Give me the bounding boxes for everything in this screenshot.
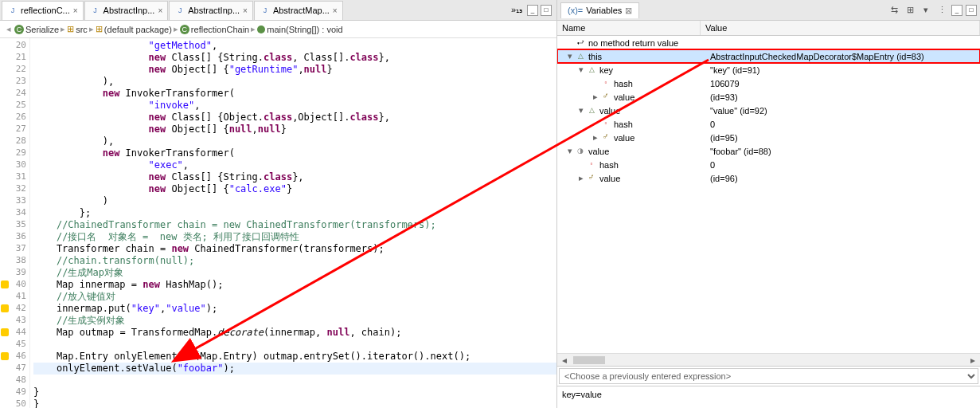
close-icon[interactable]: ×: [243, 6, 248, 15]
tree-row[interactable]: ▾△key "key" (id=91): [557, 63, 980, 76]
warning-marker[interactable]: [1, 304, 9, 312]
code-line[interactable]: ): [33, 195, 556, 207]
breadcrumb-item[interactable]: main(String[]) : void: [257, 25, 342, 34]
code-editor[interactable]: 2021222324252627282930313233343536373839…: [0, 38, 556, 408]
expression-select[interactable]: <Choose a previously entered expression>: [559, 368, 978, 384]
close-icon[interactable]: ×: [158, 6, 162, 15]
tree-row[interactable]: ▫hash 0: [557, 117, 980, 131]
tree-row[interactable]: ▸▫ᶠvalue (id=93): [557, 90, 980, 104]
var-value: 0: [705, 120, 980, 129]
breadcrumb-item[interactable]: ⊞src: [67, 24, 88, 34]
code-line[interactable]: "exec",: [33, 159, 556, 171]
view-menu-icon[interactable]: ⋮: [935, 4, 948, 17]
min-icon[interactable]: _: [951, 5, 962, 16]
variables-tab[interactable]: (x)= Variables ⊠: [560, 2, 639, 18]
var-value: (id=96): [705, 174, 980, 183]
code-line[interactable]: }: [33, 398, 556, 408]
code-line[interactable]: //ChainedTransformer chain = new Chained…: [33, 219, 556, 231]
tree-row[interactable]: ▾△this AbstractInputCheckedMapDecorator$…: [557, 49, 980, 63]
local-icon: ◑: [576, 147, 585, 156]
tree-icon[interactable]: ⊞: [904, 4, 916, 17]
tree-row[interactable]: ▸▫ᶠvalue (id=96): [557, 171, 980, 185]
close-icon[interactable]: ×: [73, 6, 78, 15]
editor-tab[interactable]: JAbstractInp...×: [169, 1, 253, 20]
editor-tab[interactable]: JAbstractMap...×: [254, 1, 343, 20]
menu-icon[interactable]: ▾: [919, 4, 932, 17]
horizontal-scrollbar[interactable]: ◂ ▸: [557, 353, 980, 366]
minimize-button[interactable]: _: [527, 5, 538, 16]
var-name: hash: [599, 160, 619, 170]
tree-row[interactable]: ▫hash 106079: [557, 76, 980, 90]
twistie-icon[interactable]: ▸: [591, 92, 599, 102]
warning-marker[interactable]: [1, 280, 9, 288]
code-line[interactable]: }: [33, 386, 556, 398]
code-line[interactable]: new Object[] {"calc.exe"}: [33, 183, 556, 195]
code-line[interactable]: ),: [33, 76, 556, 88]
tree-row[interactable]: ▸▫ᶠvalue (id=95): [557, 131, 980, 144]
warning-marker[interactable]: [1, 352, 9, 360]
code-line[interactable]: "invoke",: [33, 100, 556, 112]
twistie-icon[interactable]: ▾: [576, 105, 585, 116]
breadcrumb-item[interactable]: ⊞(default package): [96, 24, 172, 34]
variables-tree[interactable]: ⮐no method return value ▾△this AbstractI…: [557, 36, 980, 353]
tree-row[interactable]: ▾◑value "foobar" (id=88): [557, 144, 980, 158]
code-line[interactable]: [33, 339, 556, 351]
max-icon[interactable]: □: [966, 5, 977, 16]
code-line[interactable]: //生成Map对象: [33, 267, 556, 279]
line-number: 22: [0, 64, 29, 76]
twistie-icon[interactable]: ▾: [565, 146, 574, 156]
code-line[interactable]: new InvokerTransformer(: [33, 88, 556, 100]
breadcrumb-item[interactable]: CreflectionChain: [180, 25, 249, 34]
code-line[interactable]: new Object[] {null,null}: [33, 124, 556, 135]
collapse-icon[interactable]: ⇆: [888, 4, 900, 17]
code-line[interactable]: Transformer chain = new ChainedTransform…: [33, 243, 556, 255]
code-line[interactable]: new Class[] {String.class},: [33, 171, 556, 183]
code-line[interactable]: new Object[] {"getRuntime",null}: [33, 64, 556, 76]
code-line[interactable]: //放入键值对: [33, 291, 556, 303]
maximize-button[interactable]: □: [541, 5, 552, 16]
close-icon[interactable]: ×: [333, 6, 338, 15]
line-number: 39: [0, 267, 29, 279]
code-line[interactable]: onlyElement.setValue("foobar");: [33, 363, 556, 375]
pin-icon[interactable]: ⊠: [625, 6, 632, 16]
code-line[interactable]: //chain.transform(null);: [33, 255, 556, 267]
code-line[interactable]: };: [33, 207, 556, 219]
warning-marker[interactable]: [1, 328, 9, 336]
tab-label: AbstractInp...: [103, 6, 155, 15]
code-line[interactable]: [33, 375, 556, 386]
line-number: 44: [0, 327, 29, 339]
var-name: hash: [614, 79, 633, 88]
code-line[interactable]: //生成实例对象: [33, 315, 556, 327]
code-line[interactable]: innermap.put("key","value");: [33, 303, 556, 315]
tree-row[interactable]: ⮐no method return value: [557, 36, 980, 49]
var-value: (id=95): [705, 133, 980, 143]
field-icon: ▫: [601, 79, 611, 88]
twistie-icon[interactable]: ▾: [576, 65, 585, 75]
line-number: 20: [0, 40, 29, 52]
editor-tab[interactable]: JreflectionC...×: [2, 1, 84, 20]
code-line[interactable]: //接口名 对象名 = new 类名; 利用了接口回调特性: [33, 231, 556, 243]
line-number: 40: [0, 279, 29, 291]
code-line[interactable]: new InvokerTransformer(: [33, 147, 556, 159]
code-line[interactable]: ),: [33, 135, 556, 147]
line-number: 48: [0, 375, 29, 386]
twistie-icon[interactable]: ▸: [591, 132, 599, 143]
code-line[interactable]: Map outmap = TransformedMap.decorate(inn…: [33, 327, 556, 339]
code-line[interactable]: new Class[] {String.class, Class[].class…: [33, 52, 556, 64]
code-line[interactable]: Map innermap = new HashMap();: [33, 279, 556, 291]
breadcrumb[interactable]: ◂ CSerialize▸⊞src▸⊞(default package)▸Cre…: [0, 21, 556, 38]
code-body[interactable]: "getMethod", new Class[] {String.class, …: [30, 38, 556, 408]
twistie-icon[interactable]: ▾: [565, 51, 574, 61]
code-line[interactable]: new Class[] {Object.class,Object[].class…: [33, 112, 556, 124]
breadcrumb-item[interactable]: CSerialize: [14, 25, 59, 34]
tab-overflow[interactable]: »₁₃: [511, 5, 522, 15]
twistie-icon[interactable]: ▸: [576, 173, 585, 183]
tree-row[interactable]: ▫hash 0: [557, 158, 980, 171]
editor-tab[interactable]: JAbstractInp...×: [84, 1, 169, 20]
code-line[interactable]: "getMethod",: [33, 40, 556, 52]
code-line[interactable]: Map.Entry onlyElement = (Map.Entry) outm…: [33, 351, 556, 363]
line-number: 49: [0, 386, 29, 398]
tree-row[interactable]: ▾△value "value" (id=92): [557, 104, 980, 117]
col-value[interactable]: Value: [701, 21, 980, 35]
col-name[interactable]: Name: [557, 21, 701, 35]
